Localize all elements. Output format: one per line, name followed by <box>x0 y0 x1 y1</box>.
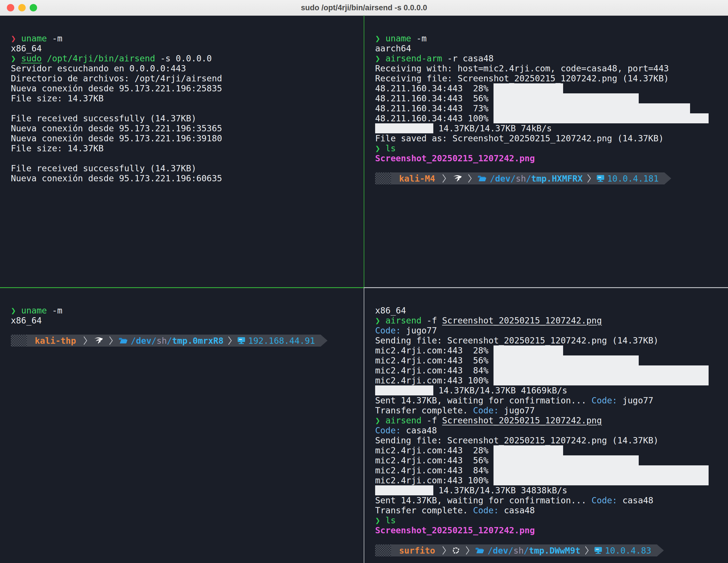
terminal-text: sudo <box>21 53 42 63</box>
terminal-text: mic2.4rji.com:443 28% <box>375 445 494 455</box>
progress-bar <box>494 103 690 113</box>
terminal-text: mic2.4rji.com:443 84% <box>375 366 494 376</box>
terminal-line: mic2.4rji.com:443 100% <box>375 376 728 386</box>
chevron-separator-icon <box>109 336 113 346</box>
terminal-line: aarch64 <box>375 43 728 53</box>
terminal-line: Nueva conexión desde 95.173.221.196:2583… <box>11 83 364 93</box>
progress-bar <box>494 445 563 455</box>
terminal-text: mic2.4rji.com:443 100% <box>375 376 494 386</box>
terminal-line: Receiving file: Screenshot_20250215_1207… <box>375 73 728 83</box>
terminal-text: Code: <box>473 405 499 415</box>
terminal-text: -r casa48 <box>442 53 494 63</box>
terminal-text: ls <box>385 515 396 525</box>
terminal-line: kali-thp/dev/sh/tmp.0mrxR8192.168.44.91 <box>11 336 364 346</box>
pane-divider-vertical[interactable] <box>364 287 364 563</box>
terminal-text: Sent 14.37KB, waiting for confirmation..… <box>375 396 592 405</box>
terminal-text: Nueva conexión desde 95.173.221.196:6063… <box>11 173 222 183</box>
prompt-bar-surfito: surfito/dev/sh/tmp.DWwM9t10.0.4.83 <box>375 544 657 556</box>
terminal-text: uname <box>21 33 47 43</box>
close-button[interactable] <box>7 4 14 11</box>
prompt-bar-kali-M4: kali-M4/dev/sh/tmp.HXMFRX10.0.4.181 <box>375 172 664 184</box>
terminal-text: Servidor escuchando en 0.0.0.0:443 <box>11 63 186 73</box>
terminal-line: Transfer complete. Code: jugo77 <box>375 405 728 415</box>
terminal-text: aarch64 <box>375 43 411 53</box>
progress-bar <box>494 93 639 103</box>
terminal-line: x86_64 <box>375 306 728 316</box>
terminal-line: 48.211.160.34:443 56% <box>375 93 728 103</box>
progress-block <box>375 485 433 495</box>
path-segment: / <box>508 546 513 556</box>
path-segment: / <box>151 336 157 346</box>
pane-top-left[interactable]: ❯ uname -mx86_64❯ sudo /opt/4rji/bin/air… <box>0 15 364 287</box>
terminal-line: mic2.4rji.com:443 100% <box>375 475 728 485</box>
pane-divider-horizontal-active[interactable] <box>0 287 364 288</box>
terminal-text: Transfer complete. <box>375 405 473 415</box>
prompt-arrow: ❯ <box>375 33 385 43</box>
terminal-line: x86_64 <box>11 43 364 53</box>
titlebar[interactable]: sudo /opt/4rji/bin/airsend -s 0.0.0.0 <box>0 0 728 16</box>
terminal-line: ❯ airsend -f Screenshot_20250215_1207242… <box>375 415 728 425</box>
terminal-text: Nueva conexión desde 95.173.221.196:3536… <box>11 123 222 133</box>
prompt-bar-hatch <box>11 335 27 347</box>
chevron-separator-icon <box>587 173 591 183</box>
terminal-line: Screenshot_20250215_1207242.png <box>375 153 728 163</box>
terminal-text: 48.211.160.34:443 100% <box>375 113 494 123</box>
pane-top-right[interactable]: ❯ uname -maarch64❯ airsend-arm -r casa48… <box>364 15 728 287</box>
prompt-arrow: ❯ <box>375 515 385 525</box>
minimize-button[interactable] <box>18 4 26 11</box>
terminal-line: Sent 14.37KB, waiting for confirmation..… <box>375 396 728 405</box>
terminal-text: Transfer complete. <box>375 505 473 515</box>
terminal-line: File size: 14.37KB <box>11 93 364 103</box>
terminal-line: mic2.4rji.com:443 84% <box>375 366 728 376</box>
path-segment: dev <box>495 173 511 183</box>
terminal-text: -s 0.0.0.0 <box>155 53 212 63</box>
terminal-line: File size: 14.37KB <box>11 143 364 153</box>
terminal-text: uname <box>21 306 47 316</box>
terminal-text: 14.37KB/14.37KB 74kB/s <box>433 123 552 133</box>
pane-bottom-left[interactable]: ❯ uname -mx86_64kali-thp/dev/sh/tmp.0mrx… <box>0 288 364 563</box>
terminal-line: x86_64 <box>11 316 364 326</box>
pane-divider-vertical-active[interactable] <box>364 15 364 287</box>
terminal-text: x86_64 <box>375 306 406 316</box>
terminal-line: Nueva conexión desde 95.173.221.196:3918… <box>11 133 364 143</box>
path-segment: tmp.0mrxR8 <box>172 336 224 346</box>
terminal-line <box>11 153 364 163</box>
path-segment: / <box>524 546 529 556</box>
progress-bar <box>494 113 709 123</box>
pane-divider-horizontal[interactable] <box>364 287 728 288</box>
terminal-text: Sent 14.37KB, waiting for confirmation..… <box>375 495 592 505</box>
terminal-line: Receiving with: host=mic2.4rji.com, code… <box>375 63 728 73</box>
terminal-line: File saved as: Screenshot_20250215_12072… <box>375 133 728 143</box>
path-segment: / <box>131 336 136 346</box>
terminal-line <box>11 326 364 336</box>
terminal-text: casa48 <box>401 425 437 435</box>
terminal-window: sudo /opt/4rji/bin/airsend -s 0.0.0.0 ❯ … <box>0 0 728 563</box>
terminal-line: Code: casa48 <box>375 425 728 435</box>
terminal-text: Code: <box>375 425 401 435</box>
terminal-text: 14.37KB/14.37KB 41669kB/s <box>433 386 567 396</box>
ip-address-label: 10.0.4.83 <box>605 546 657 556</box>
terminal-line: mic2.4rji.com:443 84% <box>375 465 728 475</box>
pane-bottom-right[interactable]: x86_64❯ airsend -f Screenshot_20250215_1… <box>364 288 728 563</box>
folder-icon <box>477 174 486 182</box>
chevron-separator-icon <box>442 546 446 555</box>
terminal-line: mic2.4rji.com:443 28% <box>375 346 728 356</box>
terminal-text: jugo77 <box>401 326 437 336</box>
prompt-arrow: ❯ <box>375 415 385 425</box>
terminal-text: 48.211.160.34:443 73% <box>375 103 494 113</box>
terminal-line: File received successfully (14.37KB) <box>11 163 364 173</box>
terminal-text: airsend-arm <box>385 53 442 63</box>
terminal-text: mic2.4rji.com:443 100% <box>375 475 494 485</box>
zoom-button[interactable] <box>30 4 37 11</box>
terminal-line: 48.211.160.34:443 73% <box>375 103 728 113</box>
path-segment: / <box>526 173 531 183</box>
prompt-arrow: ❯ <box>11 306 21 316</box>
terminal-text: File size: 14.37KB <box>11 93 104 103</box>
terminal-text: uname <box>385 33 411 43</box>
folder-icon <box>475 546 484 554</box>
terminal-line: ❯ uname -m <box>11 33 364 43</box>
path-segment: / <box>490 173 495 183</box>
terminal-line: 14.37KB/14.37KB 74kB/s <box>375 123 728 133</box>
terminal-text: File received successfully (14.37KB) <box>11 163 196 173</box>
path-segment: / <box>488 546 493 556</box>
